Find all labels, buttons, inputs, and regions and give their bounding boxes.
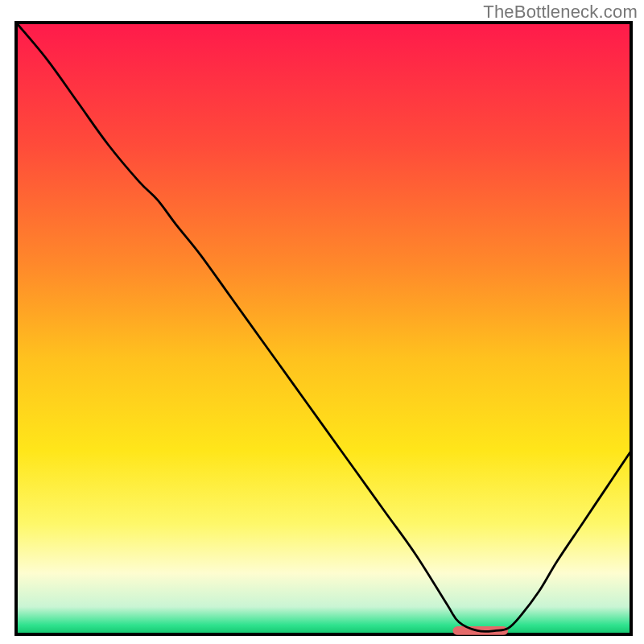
plot-background [16, 23, 631, 634]
chart-svg [0, 0, 644, 644]
watermark-text: TheBottleneck.com [483, 2, 638, 23]
chart-stage: TheBottleneck.com [0, 0, 644, 644]
